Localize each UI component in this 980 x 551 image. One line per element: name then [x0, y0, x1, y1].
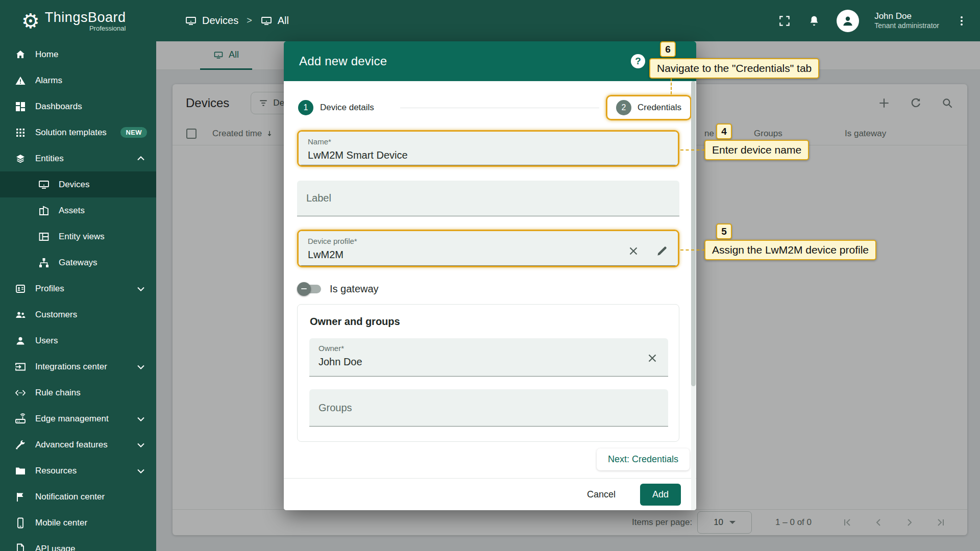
assets-building-icon — [38, 205, 50, 217]
sidebar-item-resources[interactable]: Resources — [0, 458, 156, 484]
sidebar-label: Notification center — [35, 492, 147, 502]
callout-6-connector — [671, 78, 672, 94]
header-actions: John Doe Tenant administrator — [777, 10, 980, 32]
name-field[interactable]: Name* LwM2M Smart Device — [299, 132, 678, 165]
apps-grid-icon — [14, 127, 27, 139]
sidebar-item-entity-views[interactable]: Entity views — [0, 223, 156, 249]
sidebar-item-api-usage[interactable]: API usage — [0, 536, 156, 551]
sidebar-item-solution-templates[interactable]: Solution templates NEW — [0, 119, 156, 145]
groups-field-placeholder: Groups — [318, 402, 352, 414]
sidebar-item-advanced-features[interactable]: Advanced features — [0, 432, 156, 458]
groups-field[interactable]: Groups — [309, 389, 668, 427]
clear-owner-icon[interactable] — [646, 352, 659, 365]
dialog-title: Add new device — [299, 54, 387, 68]
sidebar-label: Integrations center — [35, 362, 126, 372]
kebab-menu-icon[interactable] — [954, 14, 969, 28]
step-device-details[interactable]: 1 Device details — [298, 95, 374, 120]
smartphone-icon — [14, 517, 27, 529]
dialog-body: 1 Device details 2 Credentials Name* LwM… — [284, 81, 696, 478]
add-button[interactable]: Add — [640, 484, 681, 506]
app-edition: Professional — [89, 24, 126, 32]
toggle-off-dash-icon — [301, 288, 307, 289]
app-name: ThingsBoard — [45, 10, 126, 26]
alarm-warning-icon — [14, 74, 27, 87]
label-field-placeholder: Label — [306, 192, 331, 204]
api-usage-doc-icon — [14, 543, 27, 551]
breadcrumb-all-label: All — [278, 15, 289, 27]
owner-field-value: John Doe — [318, 356, 362, 368]
user-info[interactable]: John Doe Tenant administrator — [874, 11, 939, 31]
callout-4-connector — [680, 149, 705, 151]
owner-groups-title: Owner and groups — [310, 316, 400, 328]
is-gateway-toggle[interactable] — [299, 285, 321, 293]
cancel-button[interactable]: Cancel — [580, 485, 623, 504]
sidebar-item-integrations-center[interactable]: Integrations center — [0, 354, 156, 380]
sidebar-item-dashboards[interactable]: Dashboards — [0, 93, 156, 119]
sidebar-label: Rule chains — [35, 388, 147, 398]
sidebar-item-profiles[interactable]: Profiles — [0, 276, 156, 302]
owner-field[interactable]: Owner* John Doe — [309, 338, 668, 377]
chevron-up-icon — [135, 153, 147, 165]
device-profile-field[interactable]: Device profile* LwM2M — [299, 231, 678, 266]
dialog-header: Add new device ? — [284, 41, 696, 81]
user-avatar[interactable] — [837, 10, 859, 32]
sidebar-item-rule-chains[interactable]: Rule chains — [0, 380, 156, 406]
sidebar-item-devices[interactable]: Devices — [0, 171, 156, 197]
name-field-label: Name* — [308, 137, 669, 146]
breadcrumb-devices-label: Devices — [202, 15, 238, 27]
logo[interactable]: ⚙ ThingsBoard Professional — [0, 10, 156, 32]
sidebar-label: Dashboards — [35, 102, 147, 112]
clear-profile-icon[interactable] — [627, 244, 640, 258]
breadcrumb-devices[interactable]: Devices — [185, 15, 238, 27]
sidebar-label: Home — [35, 49, 147, 60]
is-gateway-row: Is gateway — [299, 280, 379, 297]
callout-6-number: 6 — [660, 41, 676, 57]
step-credentials[interactable]: 2 Credentials — [606, 95, 692, 120]
sidebar-item-users[interactable]: Users — [0, 328, 156, 354]
step-1-circle: 1 — [298, 100, 313, 115]
breadcrumb: Devices > All — [185, 15, 289, 27]
label-field[interactable]: Label — [297, 181, 679, 216]
sidebar-item-assets[interactable]: Assets — [0, 197, 156, 223]
rule-chains-ethernet-icon — [14, 387, 27, 399]
help-icon[interactable]: ? — [631, 54, 645, 68]
customers-people-icon — [14, 309, 27, 321]
callout-4-number: 4 — [716, 123, 732, 139]
callout-4-label: Enter device name — [704, 140, 809, 160]
top-header: ⚙ ThingsBoard Professional Devices > All — [0, 0, 980, 41]
sidebar-item-notification-center[interactable]: Notification center — [0, 484, 156, 510]
sidebar-item-home[interactable]: Home — [0, 41, 156, 67]
notifications-bell-icon[interactable] — [807, 14, 821, 28]
breadcrumb-all[interactable]: All — [260, 15, 289, 27]
sidebar-item-entities[interactable]: Entities — [0, 145, 156, 171]
sidebar-item-alarms[interactable]: Alarms — [0, 67, 156, 93]
sidebar-item-customers[interactable]: Customers — [0, 302, 156, 328]
sidebar-label: API usage — [35, 544, 147, 551]
chevron-down-icon — [135, 283, 147, 295]
edit-profile-pencil-icon[interactable] — [655, 244, 669, 258]
dialog-footer: Cancel Add — [284, 478, 696, 510]
sidebar-label: Profiles — [35, 284, 126, 294]
device-profile-label: Device profile* — [308, 237, 669, 245]
sidebar-item-mobile-center[interactable]: Mobile center — [0, 510, 156, 536]
stepper-divider — [400, 108, 599, 108]
owner-groups-card: Owner and groups Owner* John Doe Groups — [297, 304, 679, 442]
modal-scrollbar-thumb[interactable] — [691, 81, 696, 386]
sidebar-item-edge-management[interactable]: Edge management — [0, 406, 156, 432]
logo-gear-icon: ⚙ — [21, 11, 40, 31]
sidebar-label: Alarms — [35, 76, 147, 86]
sidebar-label: Resources — [35, 466, 126, 476]
toggle-thumb — [297, 282, 311, 296]
chevron-down-icon — [135, 361, 147, 373]
profiles-badge-icon — [14, 283, 27, 295]
edge-router-icon — [14, 413, 27, 425]
next-credentials-button[interactable]: Next: Credentials — [597, 448, 690, 470]
callout-5-label: Assign the LwM2M device profile — [704, 240, 876, 260]
entity-views-icon — [38, 231, 50, 243]
sidebar-label: Customers — [35, 310, 147, 320]
gateways-lan-icon — [38, 257, 50, 269]
fullscreen-icon[interactable] — [777, 14, 792, 28]
home-icon — [14, 48, 27, 61]
owner-field-label: Owner* — [318, 344, 659, 353]
sidebar-item-gateways[interactable]: Gateways — [0, 249, 156, 276]
